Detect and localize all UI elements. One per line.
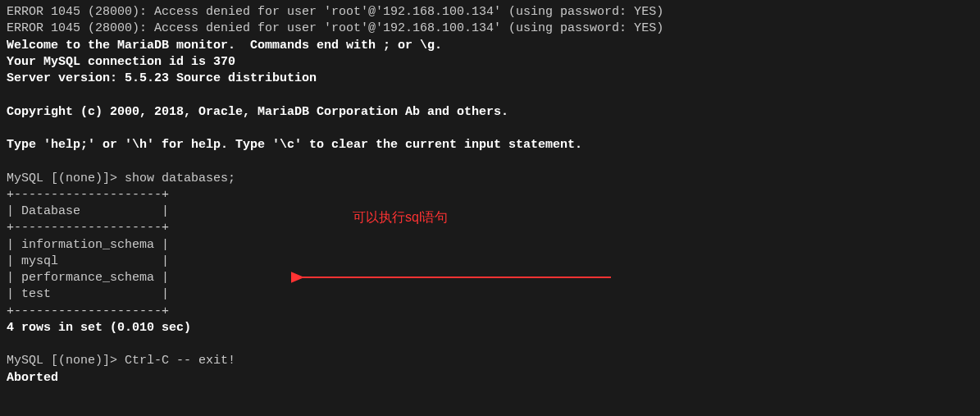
exit-command: Ctrl-C -- exit! xyxy=(125,354,235,368)
table-row-1: | information_schema | xyxy=(7,237,973,254)
welcome-line: Welcome to the MariaDB monitor. Commands… xyxy=(7,38,973,54)
blank-line-1 xyxy=(7,87,973,103)
table-row-3: | performance_schema | xyxy=(7,270,973,286)
table-header: | Database | xyxy=(7,203,973,220)
aborted-line: Aborted xyxy=(7,370,973,386)
table-border-mid: +--------------------+ xyxy=(7,220,973,236)
table-border-bottom: +--------------------+ xyxy=(7,304,973,320)
table-row-4: | test | xyxy=(7,286,973,303)
result-line: 4 rows in set (0.010 sec) xyxy=(7,320,973,336)
table-row-2: | mysql | xyxy=(7,254,973,270)
terminal-output: ERROR 1045 (28000): Access denied for us… xyxy=(7,4,973,386)
server-version-line: Server version: 5.5.23 Source distributi… xyxy=(7,71,973,87)
connection-line: Your MySQL connection id is 370 xyxy=(7,54,973,71)
copyright-line: Copyright (c) 2000, 2018, Oracle, MariaD… xyxy=(7,104,973,121)
show-databases-command: show databases; xyxy=(125,171,235,185)
mysql-prompt-2: MySQL [(none)]> xyxy=(7,354,125,368)
prompt-command-1: MySQL [(none)]> show databases; xyxy=(7,171,973,187)
blank-line-4 xyxy=(7,336,973,353)
mysql-prompt-1: MySQL [(none)]> xyxy=(7,171,125,185)
help-line: Type 'help;' or '\h' for help. Type '\c'… xyxy=(7,137,973,153)
prompt-command-2: MySQL [(none)]> Ctrl-C -- exit! xyxy=(7,353,973,369)
table-border-top: +--------------------+ xyxy=(7,187,973,203)
blank-line-3 xyxy=(7,153,973,170)
error-line-2: ERROR 1045 (28000): Access denied for us… xyxy=(7,21,973,37)
annotation-text: 可以执行sql语句 xyxy=(353,208,448,226)
blank-line-2 xyxy=(7,121,973,137)
error-line-1: ERROR 1045 (28000): Access denied for us… xyxy=(7,4,973,21)
